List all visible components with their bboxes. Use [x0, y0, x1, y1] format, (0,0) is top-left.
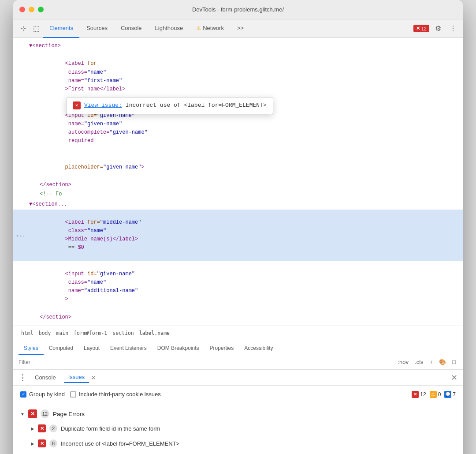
hov-button[interactable]: :hov: [396, 358, 410, 366]
toggle-sidebar-button[interactable]: □: [450, 358, 457, 366]
tooltip-message: Incorrect use of <label for=FORM_ELEMENT…: [126, 101, 267, 110]
filter-input[interactable]: [19, 359, 392, 365]
tab-styles[interactable]: Styles: [19, 342, 44, 355]
html-line-selected[interactable]: … <label for="middle-name" class="name" …: [13, 210, 463, 261]
warning-icon: ⚠: [196, 25, 201, 31]
issue-label-for[interactable]: ▶ ✕ 8 Incorrect use of <label for=FORM_E…: [13, 436, 463, 451]
view-issue-link[interactable]: View issue:: [84, 101, 122, 110]
breadcrumb-form[interactable]: form#form-1: [71, 329, 110, 337]
issues-header: ⋮ Console Issues ✕ ✕: [13, 370, 463, 386]
cls-button[interactable]: .cls: [413, 358, 425, 366]
issues-tab-issues[interactable]: Issues: [64, 372, 89, 383]
expand-icon: ▶: [31, 426, 34, 431]
page-errors-count: 12: [41, 409, 49, 418]
close-tab-button[interactable]: ✕: [91, 374, 96, 381]
error-count-badge: ✕ 12: [413, 25, 429, 32]
tab-more[interactable]: >>: [231, 19, 250, 38]
info-icon: 💬: [444, 391, 451, 398]
group-by-kind-wrap: ✓ Group by kind: [20, 391, 65, 398]
issues-panel: ⋮ Console Issues ✕ ✕ ✓ Group by kind Inc…: [13, 369, 463, 454]
issues-toolbar: ✓ Group by kind Include third-party cook…: [13, 386, 463, 403]
page-errors-group: ▼ ✕ 12 Page Errors ▶ ✕ 2 Duplicate form …: [13, 407, 463, 454]
window-title: DevTools - form-problems.glitch.me/: [192, 6, 284, 13]
add-style-button[interactable]: +: [428, 358, 435, 366]
styles-actions: :hov .cls + 🎨 □: [396, 358, 457, 366]
tab-layout[interactable]: Layout: [78, 342, 105, 355]
collapse-arrow: ▼: [20, 412, 25, 416]
html-line[interactable]: </section>: [13, 180, 463, 190]
panel-drag-handle: ⋮: [19, 373, 27, 383]
styles-tabbar: Styles Computed Layout Event Listeners D…: [13, 340, 463, 355]
error-count: ✕ 12: [412, 391, 426, 398]
html-line[interactable]: placeholder="given name">: [13, 154, 463, 180]
close-panel-button[interactable]: ✕: [451, 373, 457, 383]
maximize-button[interactable]: [38, 7, 44, 12]
issue-text: Duplicate form field id in the same form: [61, 425, 160, 432]
breadcrumb-label[interactable]: label.name: [137, 329, 172, 337]
html-line[interactable]: ▼<section>: [13, 41, 463, 51]
breadcrumb-section[interactable]: section: [110, 329, 136, 337]
html-line[interactable]: <!-- Fo: [13, 190, 463, 199]
tab-accessibility[interactable]: Accessibility: [239, 342, 278, 355]
warning-icon: ⚠: [430, 391, 437, 398]
tab-computed[interactable]: Computed: [44, 342, 78, 355]
html-panel: ▼<section> <label for class="name" name=…: [13, 38, 463, 326]
issues-counts: ✕ 12 ⚠ 0 💬 7: [412, 391, 456, 398]
tab-event-listeners[interactable]: Event Listeners: [105, 342, 152, 355]
tooltip-error-icon: ✕: [73, 101, 81, 109]
error-item-icon: ✕: [38, 424, 46, 432]
issue-autocomplete[interactable]: ▶ ✕ 2 Incorrect use of autocomplete attr…: [13, 451, 463, 454]
tab-elements[interactable]: Elements: [43, 19, 79, 38]
breadcrumb: html body main form#form-1 section label…: [13, 326, 463, 340]
info-count: 💬 7: [444, 391, 456, 398]
issue-count-badge: 2: [49, 424, 57, 432]
color-format-button[interactable]: 🎨: [437, 358, 448, 366]
issue-count-badge: 8: [49, 439, 57, 447]
breadcrumb-main[interactable]: main: [53, 329, 71, 337]
cursor-icon[interactable]: ⊹: [17, 23, 29, 35]
html-line[interactable]: <label for class="name" name="first-name…: [13, 51, 463, 102]
minimize-button[interactable]: [29, 7, 34, 12]
issue-text: Incorrect use of <label for=FORM_ELEMENT…: [61, 440, 179, 447]
inspect-icon[interactable]: ⬚: [30, 23, 42, 35]
tab-properties[interactable]: Properties: [205, 342, 239, 355]
error-group-icon: ✕: [28, 409, 37, 418]
issues-content: ▼ ✕ 12 Page Errors ▶ ✕ 2 Duplicate form …: [13, 403, 463, 454]
toolbar-right: ✕ 12 ⚙ ⋮: [413, 23, 459, 35]
html-line[interactable]: </section>: [13, 313, 463, 322]
error-item-icon: ✕: [38, 439, 46, 447]
html-line[interactable]: <input id="given-name" class="name" name…: [13, 261, 463, 313]
breadcrumb-html[interactable]: html: [19, 329, 36, 337]
group-by-kind-checkbox[interactable]: ✓: [20, 391, 26, 398]
close-button[interactable]: [19, 7, 25, 12]
issues-tab-console[interactable]: Console: [30, 372, 60, 383]
tab-network[interactable]: ⚠ Network: [190, 19, 230, 38]
titlebar: DevTools - form-problems.glitch.me/: [13, 0, 463, 19]
third-party-checkbox[interactable]: [70, 391, 76, 398]
devtools-window: DevTools - form-problems.glitch.me/ ⊹ ⬚ …: [13, 0, 463, 454]
page-errors-group-header[interactable]: ▼ ✕ 12 Page Errors: [13, 407, 463, 421]
breadcrumb-body[interactable]: body: [36, 329, 54, 337]
tab-dom-breakpoints[interactable]: DOM Breakpoints: [152, 342, 205, 355]
expand-icon: ▶: [31, 441, 34, 446]
tab-lighthouse[interactable]: Lighthouse: [149, 19, 190, 38]
group-by-kind-label: Group by kind: [29, 391, 65, 398]
traffic-lights: [19, 7, 44, 12]
third-party-label: Include third-party cookie issues: [79, 391, 161, 398]
html-line[interactable]: ▼<section...: [13, 200, 463, 209]
error-icon: ✕: [412, 391, 419, 398]
styles-filter-bar: :hov .cls + 🎨 □: [13, 355, 463, 369]
styles-panel: Styles Computed Layout Event Listeners D…: [13, 340, 463, 369]
tab-console[interactable]: Console: [115, 19, 148, 38]
third-party-wrap: Include third-party cookie issues: [70, 391, 161, 398]
tab-sources[interactable]: Sources: [80, 19, 114, 38]
devtools-tabbar: ⊹ ⬚ Elements Sources Console Lighthouse …: [13, 19, 463, 38]
issue-duplicate-id[interactable]: ▶ ✕ 2 Duplicate form field id in the sam…: [13, 421, 463, 436]
issue-tooltip: ✕ View issue: Incorrect use of <label fo…: [66, 97, 273, 114]
settings-icon[interactable]: ⚙: [432, 23, 444, 35]
more-options-icon[interactable]: ⋮: [447, 23, 459, 35]
page-errors-title: Page Errors: [53, 411, 85, 417]
warning-count: ⚠ 0: [430, 391, 441, 398]
